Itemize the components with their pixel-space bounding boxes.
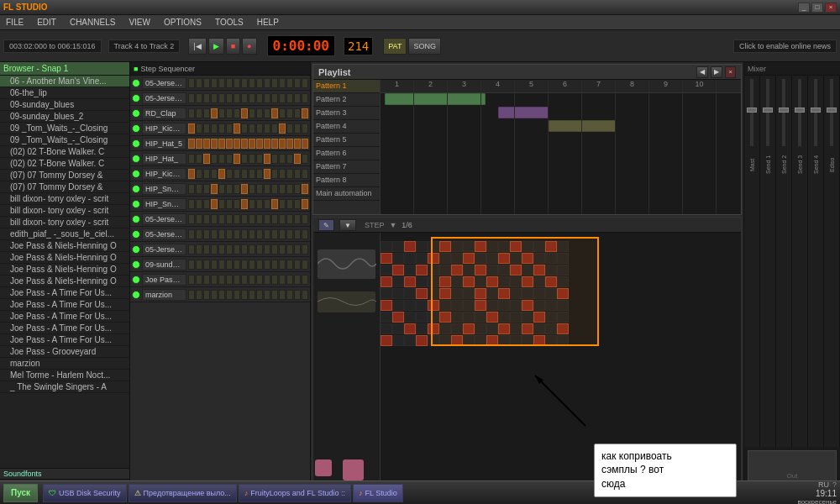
step-cell[interactable] — [416, 288, 428, 299]
pad-button[interactable] — [188, 108, 195, 118]
pad-button[interactable] — [188, 244, 195, 255]
channel-row[interactable]: HIP_Snap_ — [130, 181, 310, 197]
pad-button[interactable] — [302, 290, 308, 300]
step-cell[interactable] — [439, 300, 451, 311]
step-cell[interactable] — [463, 300, 475, 311]
step-cell[interactable] — [451, 300, 463, 311]
step-cell[interactable] — [416, 265, 428, 276]
step-cell[interactable] — [451, 323, 463, 334]
step-cell[interactable] — [463, 265, 475, 276]
step-cell[interactable] — [463, 288, 475, 299]
pad-button[interactable] — [241, 123, 248, 134]
browser-item[interactable]: (07) 07 Tommy Dorsey & — [0, 170, 129, 181]
menu-channels[interactable]: CHANNELS — [67, 18, 118, 27]
step-cell[interactable] — [451, 265, 463, 276]
pad-button[interactable] — [256, 275, 263, 285]
step-cell[interactable] — [486, 323, 498, 334]
step-cell[interactable] — [557, 276, 569, 287]
menu-help[interactable]: HELP — [255, 18, 281, 27]
pad-button[interactable] — [218, 214, 225, 224]
pad-button[interactable] — [211, 169, 218, 179]
step-cell[interactable] — [392, 241, 404, 252]
channel-led[interactable] — [132, 245, 140, 254]
pad-button[interactable] — [302, 78, 308, 88]
pad-button[interactable] — [271, 184, 278, 194]
step-cell[interactable] — [428, 241, 439, 252]
pad-button[interactable] — [211, 93, 218, 103]
pad-button[interactable] — [188, 199, 195, 209]
step-cell[interactable] — [533, 323, 545, 334]
step-cell[interactable] — [463, 335, 475, 346]
pad-button[interactable] — [226, 290, 233, 300]
pad-button[interactable] — [241, 244, 248, 255]
pad-button[interactable] — [294, 260, 301, 270]
pattern-button[interactable]: PAT — [383, 38, 407, 55]
taskbar-item-usb[interactable]: 🛡 USB Disk Security — [43, 484, 127, 502]
pad-button[interactable] — [211, 244, 218, 255]
pattern-item[interactable]: Pattern 4 — [313, 120, 380, 134]
pad-button[interactable] — [279, 139, 286, 149]
pad-button[interactable] — [294, 290, 301, 300]
channel-led[interactable] — [132, 155, 140, 163]
channel-led[interactable] — [132, 170, 140, 178]
pad-button[interactable] — [256, 290, 263, 300]
step-cell[interactable] — [498, 323, 510, 334]
browser-item[interactable]: Joe Pass & Niels-Henning O — [0, 240, 129, 252]
step-cell[interactable] — [451, 288, 463, 299]
channel-led[interactable] — [132, 200, 140, 208]
pad-button[interactable] — [218, 275, 225, 285]
pad-button[interactable] — [203, 184, 210, 194]
pad-button[interactable] — [203, 244, 210, 255]
browser-list[interactable]: 06 - Another Man's Vine...06-the_lip09-s… — [0, 76, 129, 468]
browser-item[interactable]: (02) 02 T-Bone Walker. C — [0, 146, 129, 158]
channel-led[interactable] — [132, 276, 140, 284]
step-cell[interactable] — [510, 265, 522, 276]
pad-button[interactable] — [271, 93, 278, 103]
pad-button[interactable] — [302, 139, 308, 149]
step-cell[interactable] — [522, 265, 533, 276]
start-button[interactable]: Пуск — [3, 484, 38, 502]
step-cell[interactable] — [381, 288, 392, 299]
step-cell[interactable] — [439, 253, 451, 264]
browser-item[interactable]: 09 _Tom_Waits_-_Closing — [0, 123, 129, 134]
pad-button[interactable] — [264, 229, 270, 239]
step-cell[interactable] — [533, 276, 545, 287]
pad-button[interactable] — [196, 290, 202, 300]
step-cell[interactable] — [475, 241, 486, 252]
step-cell[interactable] — [428, 276, 439, 287]
step-cell[interactable] — [392, 288, 404, 299]
channel-row[interactable]: HIP_Snar... — [130, 197, 310, 212]
pad-button[interactable] — [188, 123, 195, 134]
step-cell[interactable] — [557, 335, 569, 346]
pad-button[interactable] — [271, 154, 278, 164]
step-cell[interactable] — [463, 323, 475, 334]
pad-button[interactable] — [256, 260, 263, 270]
pad-button[interactable] — [234, 154, 240, 164]
pad-button[interactable] — [294, 123, 301, 134]
pad-button[interactable] — [249, 290, 255, 300]
pad-button[interactable] — [271, 275, 278, 285]
step-cell[interactable] — [522, 300, 533, 311]
pad-button[interactable] — [211, 123, 218, 134]
step-cell[interactable] — [416, 253, 428, 264]
step-cell[interactable] — [475, 323, 486, 334]
step-cell[interactable] — [510, 253, 522, 264]
pad-button[interactable] — [218, 199, 225, 209]
step-cell[interactable] — [428, 265, 439, 276]
song-button[interactable]: SONG — [408, 38, 441, 55]
pad-button[interactable] — [241, 169, 248, 179]
browser-item[interactable]: Mel Torme - Harlem Noct... — [0, 370, 129, 381]
step-cell[interactable] — [486, 253, 498, 264]
browser-item[interactable]: Joe Pass - A Time For Us... — [0, 334, 129, 346]
pad-button[interactable] — [256, 108, 263, 118]
pad-button[interactable] — [302, 154, 308, 164]
step-cell[interactable] — [451, 241, 463, 252]
pad-button[interactable] — [241, 290, 248, 300]
pad-button[interactable] — [249, 169, 255, 179]
step-cell[interactable] — [439, 323, 451, 334]
browser-item[interactable]: bill dixon- tony oxley - scrit — [0, 193, 129, 205]
menu-tools[interactable]: TOOLS — [213, 18, 246, 27]
pad-button[interactable] — [196, 154, 202, 164]
pad-button[interactable] — [234, 260, 240, 270]
step-cell[interactable] — [545, 335, 557, 346]
